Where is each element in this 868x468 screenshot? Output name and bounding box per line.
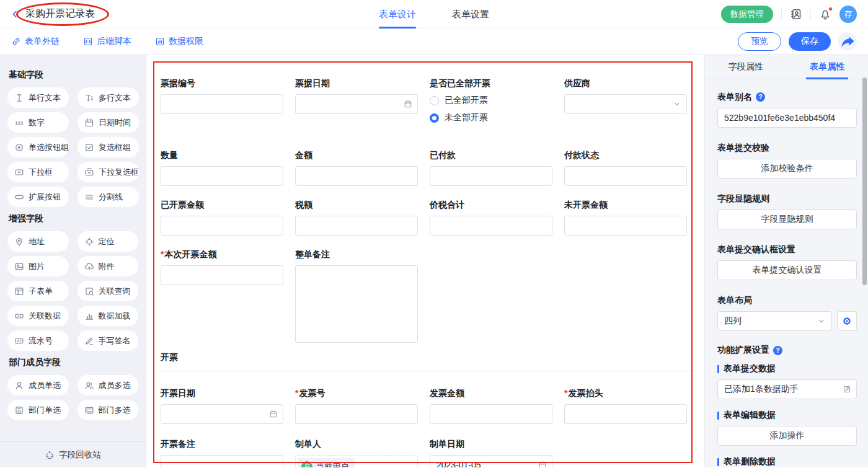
back-icon[interactable] bbox=[10, 9, 20, 19]
text-input[interactable] bbox=[295, 166, 418, 186]
canvas-field[interactable]: 数量 bbox=[161, 149, 295, 186]
canvas-field[interactable]: 价税合计 bbox=[430, 198, 564, 236]
field-pill-dropdown-multi[interactable]: 下拉复选框 bbox=[78, 162, 139, 182]
text-input[interactable] bbox=[430, 404, 552, 424]
save-button[interactable]: 保存 bbox=[789, 32, 831, 51]
field-pill-number[interactable]: 123数字 bbox=[7, 112, 69, 133]
field-pill-member-single[interactable]: 成员单选 bbox=[7, 375, 69, 395]
field-pill-image[interactable]: 图片 bbox=[7, 256, 69, 276]
text-input[interactable] bbox=[564, 216, 687, 236]
radio-label: 未全部开票 bbox=[445, 112, 488, 123]
canvas-field[interactable]: 已付款 bbox=[430, 149, 564, 186]
field-pill-sign[interactable]: 手写签名 bbox=[78, 330, 139, 351]
toolbar-link-link[interactable]: 表单外链 bbox=[11, 36, 60, 47]
field-pill-dept-single[interactable]: 部门单选 bbox=[7, 400, 69, 420]
date-input[interactable] bbox=[295, 94, 418, 114]
panel-action-button[interactable]: 字段显隐规则 bbox=[717, 210, 857, 229]
canvas-field[interactable]: 是否已全部开票已全部开票未全部开票 bbox=[430, 77, 564, 129]
canvas-field[interactable]: 供应商 bbox=[564, 77, 699, 129]
field-pill-multiline[interactable]: 多行文本 bbox=[78, 87, 139, 108]
text-input[interactable] bbox=[161, 166, 283, 186]
canvas-field[interactable]: 付款状态 bbox=[564, 149, 699, 186]
field-pill-address[interactable]: 地址 bbox=[7, 231, 69, 252]
field-pill-dropdown[interactable]: 下拉框 bbox=[7, 162, 69, 182]
layout-gear-button[interactable] bbox=[837, 311, 857, 331]
text-input[interactable] bbox=[161, 216, 283, 236]
radio-option[interactable]: 已全部开票 bbox=[430, 94, 564, 107]
field-pill-ext-button[interactable]: 扩展按钮 bbox=[7, 187, 69, 207]
panel-action-button[interactable]: 表单提交确认设置 bbox=[717, 260, 857, 280]
field-pill-attach[interactable]: 附件 bbox=[78, 256, 139, 276]
user-tag-label: 当前用户 bbox=[316, 461, 348, 467]
text-input[interactable] bbox=[161, 265, 283, 285]
tab-field-properties[interactable]: 字段属性 bbox=[705, 55, 787, 79]
field-pill-locate[interactable]: 定位 bbox=[78, 231, 139, 252]
data-manage-button[interactable]: 数据管理 bbox=[721, 6, 773, 23]
text-input[interactable] bbox=[564, 404, 687, 424]
bell-icon[interactable] bbox=[819, 8, 831, 20]
canvas-field[interactable]: 税额 bbox=[295, 198, 430, 236]
field-pill-link-data[interactable]: 关联数据 bbox=[7, 306, 69, 326]
canvas-field[interactable]: 制单人户当前用户 bbox=[295, 438, 430, 467]
date-input[interactable] bbox=[161, 404, 283, 424]
share-icon[interactable] bbox=[838, 32, 857, 51]
text-input[interactable] bbox=[295, 216, 418, 236]
canvas-field[interactable]: 发票金额 bbox=[430, 387, 564, 424]
canvas-field[interactable]: *发票抬头 bbox=[564, 387, 699, 424]
ext-button-icon bbox=[14, 192, 24, 202]
data-assistant-box[interactable]: 已添加1条数据助手 bbox=[717, 379, 857, 399]
radio-checked[interactable] bbox=[430, 113, 439, 123]
canvas-field[interactable]: 金额 bbox=[295, 149, 430, 186]
tab-form-design[interactable]: 表单设计 bbox=[379, 0, 416, 29]
canvas-field[interactable]: *本次开票金额 bbox=[161, 248, 295, 343]
user-field[interactable]: 户当前用户 bbox=[295, 455, 418, 467]
canvas-field[interactable]: 票据编号 bbox=[161, 77, 295, 129]
radio-unchecked[interactable] bbox=[430, 96, 439, 105]
field-pill-radio[interactable]: 单选按钮组 bbox=[7, 137, 69, 157]
help-icon[interactable] bbox=[773, 346, 782, 355]
field-pill-text[interactable]: 单行文本 bbox=[7, 87, 69, 108]
tab-form-properties[interactable]: 表单属性 bbox=[787, 55, 868, 79]
field-pill-label: 复选框组 bbox=[99, 142, 131, 153]
avatar[interactable]: 存 bbox=[839, 6, 857, 23]
text-input[interactable] bbox=[295, 404, 418, 424]
panel-action-button[interactable]: 添加校验条件 bbox=[717, 159, 857, 179]
text-input[interactable] bbox=[564, 166, 687, 186]
field-recycle-bin[interactable]: 字段回收站 bbox=[0, 441, 146, 467]
field-pill-member-multi[interactable]: 成员多选 bbox=[78, 375, 139, 395]
alias-input[interactable]: 522b9e101fe6e3e1ebb450f4 bbox=[717, 108, 857, 128]
canvas-field[interactable]: 开票备注 bbox=[161, 438, 295, 467]
field-pill-divider[interactable]: 分割线 bbox=[78, 187, 139, 207]
contacts-icon[interactable] bbox=[790, 8, 802, 20]
field-pill-subform[interactable]: 子表单 bbox=[7, 281, 69, 301]
toolbar-link-script[interactable]: 后端脚本 bbox=[83, 36, 131, 47]
text-input[interactable] bbox=[161, 455, 283, 467]
select-input[interactable] bbox=[564, 94, 687, 114]
canvas-field[interactable]: 已开票金额 bbox=[161, 198, 295, 236]
text-input[interactable] bbox=[430, 166, 552, 186]
textarea-input[interactable] bbox=[295, 265, 418, 343]
scrollbar-thumb[interactable] bbox=[862, 77, 867, 285]
canvas-field[interactable]: 未开票金额 bbox=[564, 198, 699, 236]
layout-select[interactable]: 四列 bbox=[717, 311, 832, 331]
field-pill-dept-multi[interactable]: 部门多选 bbox=[78, 400, 139, 420]
text-input[interactable] bbox=[161, 94, 283, 114]
date-input[interactable]: 2023-01-05 bbox=[430, 455, 552, 467]
preview-button[interactable]: 预览 bbox=[738, 32, 781, 51]
canvas-field[interactable]: 制单日期2023-01-05 bbox=[430, 438, 564, 467]
field-pill-calendar[interactable]: 日期时间 bbox=[78, 112, 139, 133]
text-input[interactable] bbox=[430, 216, 552, 236]
field-pill-serial[interactable]: 流水号 bbox=[7, 330, 69, 351]
canvas-field[interactable]: 整单备注 bbox=[295, 248, 430, 343]
toolbar-link-permission[interactable]: 数据权限 bbox=[155, 36, 203, 47]
canvas-field[interactable]: *发票号 bbox=[295, 387, 430, 424]
radio-option[interactable]: 未全部开票 bbox=[430, 112, 564, 124]
canvas-field[interactable]: 开票日期 bbox=[161, 387, 295, 424]
canvas-field[interactable]: 票据日期 bbox=[295, 77, 430, 129]
field-pill-link-query[interactable]: 关联查询 bbox=[78, 281, 139, 301]
help-icon[interactable] bbox=[756, 92, 765, 102]
field-pill-checkbox[interactable]: 复选框组 bbox=[78, 137, 139, 157]
panel-action-button[interactable]: 添加操作 bbox=[717, 426, 857, 446]
field-pill-data-load[interactable]: 数据加载 bbox=[78, 306, 139, 326]
tab-form-settings[interactable]: 表单设置 bbox=[452, 0, 489, 29]
